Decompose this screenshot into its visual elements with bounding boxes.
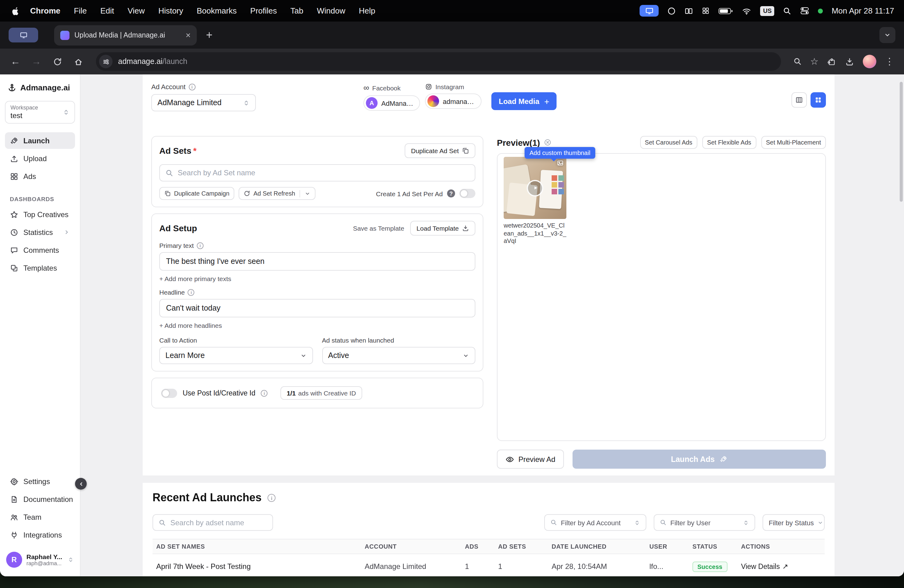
ad-set-search-input[interactable] (178, 169, 469, 177)
info-icon[interactable]: i (261, 390, 268, 397)
table-row[interactable]: April 7th Week - Post Testing AdManage L… (153, 554, 825, 576)
wifi-icon[interactable] (742, 7, 752, 15)
duplicate-ad-set-button[interactable]: Duplicate Ad Set (405, 143, 476, 158)
ad-status-select[interactable]: Active (322, 347, 476, 364)
ad-account-select[interactable]: AdManage Limited (151, 94, 256, 111)
sidebar-item-upload[interactable]: Upload (5, 150, 75, 167)
filter-by-ad-account[interactable]: Filter by Ad Account (544, 514, 646, 531)
sidebar-item-templates[interactable]: Templates (5, 259, 75, 276)
menu-edit[interactable]: Edit (93, 6, 121, 15)
sidebar-item-documentation[interactable]: Documentation (5, 491, 75, 507)
duplicate-campaign-button[interactable]: Duplicate Campaign (159, 187, 234, 200)
create-per-ad-toggle[interactable] (459, 189, 476, 198)
filter-by-status[interactable]: Filter by Status (763, 514, 825, 531)
info-icon[interactable]: i (197, 242, 204, 249)
menu-history[interactable]: History (152, 6, 190, 15)
info-icon[interactable]: i (268, 494, 276, 502)
instagram-account-pill[interactable]: admanage... (425, 93, 482, 109)
workspace-selector[interactable]: Workspace test (5, 101, 75, 123)
ad-set-search[interactable] (159, 164, 476, 182)
menu-profiles[interactable]: Profiles (243, 6, 284, 15)
sidebar-item-label: Top Creatives (24, 210, 69, 219)
chevron-down-icon[interactable] (304, 190, 311, 196)
circle-status-icon[interactable] (667, 6, 676, 15)
table-view-toggle[interactable] (792, 92, 807, 107)
download-icon[interactable] (845, 57, 854, 66)
menu-window[interactable]: Window (310, 6, 352, 15)
sidebar-item-top-creatives[interactable]: Top Creatives (5, 206, 75, 223)
info-icon[interactable]: i (188, 83, 195, 90)
set-multi-placement-button[interactable]: Set Multi-Placement (761, 136, 826, 149)
page-scrollbar[interactable] (900, 82, 903, 202)
forward-icon[interactable]: → (27, 52, 46, 71)
add-primary-texts-link[interactable]: + Add more primary texts (159, 275, 476, 282)
menubar-clock[interactable]: Mon Apr 28 11:17 (832, 6, 894, 15)
sidebar-item-launch[interactable]: Launch (5, 132, 75, 149)
menu-tab[interactable]: Tab (284, 6, 310, 15)
zoom-icon[interactable] (793, 57, 801, 66)
site-info-icon[interactable] (99, 55, 112, 68)
menu-file[interactable]: File (67, 6, 93, 15)
window-split-icon[interactable] (685, 6, 693, 15)
image-icon[interactable] (556, 159, 564, 167)
home-icon[interactable] (69, 52, 87, 71)
apple-icon[interactable] (10, 6, 24, 16)
load-template-button[interactable]: Load Template (411, 221, 476, 236)
tab-search-chevron-icon[interactable] (879, 27, 895, 43)
spotlight-search-icon[interactable] (783, 6, 792, 15)
user-account-selector[interactable]: R Raphael Y... raph@adma... (5, 552, 75, 568)
screen-share-indicator-icon[interactable] (640, 5, 659, 17)
bookmark-star-icon[interactable]: ☆ (810, 56, 819, 67)
adset-name-search-input[interactable] (170, 518, 267, 527)
sidebar-item-settings[interactable]: Settings (5, 473, 75, 490)
sidebar-collapse-button[interactable] (75, 478, 87, 490)
cta-select[interactable]: Learn More (159, 347, 313, 364)
add-headlines-link[interactable]: + Add more headlines (159, 322, 476, 329)
profile-chip[interactable] (9, 28, 38, 43)
primary-text-input[interactable] (159, 252, 476, 270)
close-circle-icon[interactable] (544, 138, 552, 146)
save-as-template-button[interactable]: Save as Template (353, 224, 405, 232)
new-tab-icon[interactable]: + (206, 28, 212, 41)
browser-menu-icon[interactable]: ⋮ (885, 56, 894, 67)
recording-dot (818, 8, 823, 13)
back-icon[interactable]: ← (6, 52, 25, 71)
sidebar-item-ads[interactable]: Ads (5, 168, 75, 185)
menu-help[interactable]: Help (352, 6, 382, 15)
adset-name-search[interactable] (153, 514, 273, 531)
brand[interactable]: Admanage.ai (5, 83, 75, 92)
media-thumbnail[interactable] (504, 157, 566, 219)
info-icon[interactable]: i (188, 289, 194, 296)
use-post-id-toggle[interactable] (161, 389, 177, 398)
load-media-button[interactable]: Load Media+ (492, 92, 556, 110)
play-icon[interactable] (527, 180, 543, 196)
sidebar-item-integrations[interactable]: Integrations (5, 526, 75, 543)
launch-ads-button[interactable]: Launch Ads (572, 450, 826, 469)
headline-input[interactable] (159, 299, 476, 318)
filter-by-user[interactable]: Filter by User (654, 514, 755, 531)
address-bar[interactable]: admanage.ai/launch (96, 52, 781, 71)
set-flexible-ads-button[interactable]: Set Flexible Ads (702, 136, 756, 149)
sidebar-item-comments[interactable]: Comments (5, 242, 75, 258)
menu-view[interactable]: View (121, 6, 152, 15)
preview-ad-button[interactable]: Preview Ad (497, 450, 564, 469)
control-center-icon[interactable] (800, 6, 809, 15)
browser-tab[interactable]: Upload Media | Admanage.ai × (54, 25, 197, 45)
reload-icon[interactable] (48, 52, 66, 71)
menubar-app-name[interactable]: Chrome (24, 6, 67, 15)
grid-view-toggle[interactable] (811, 92, 826, 107)
menu-bookmarks[interactable]: Bookmarks (190, 6, 243, 15)
browser-profile-avatar[interactable] (863, 55, 876, 68)
sidebar-item-team[interactable]: Team (5, 509, 75, 525)
sidebar-item-statistics[interactable]: Statistics (5, 224, 75, 240)
help-icon[interactable]: ? (447, 190, 455, 198)
battery-icon[interactable] (719, 7, 733, 14)
set-carousel-ads-button[interactable]: Set Carousel Ads (640, 136, 697, 149)
extensions-icon[interactable] (827, 57, 836, 66)
grid-menubar-icon[interactable] (702, 7, 710, 15)
input-source-badge[interactable]: US (760, 6, 774, 16)
ad-set-refresh-button[interactable]: Ad Set Refresh (239, 187, 316, 200)
tab-close-icon[interactable]: × (186, 31, 191, 40)
view-details-link[interactable]: View Details↗ (741, 562, 788, 571)
facebook-account-pill[interactable]: A AdManage (363, 95, 420, 111)
